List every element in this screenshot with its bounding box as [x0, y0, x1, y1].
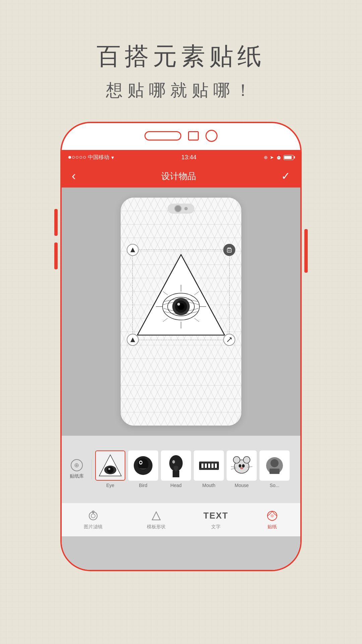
svg-point-68 — [270, 514, 274, 518]
sticker-name-mouse: Mouse — [235, 483, 249, 488]
phone-home-sensor — [188, 131, 199, 141]
svg-point-54 — [239, 464, 241, 468]
svg-point-55 — [242, 464, 245, 468]
sticker-thumb-so[interactable] — [259, 450, 290, 481]
sticker-thumb-head[interactable] — [161, 450, 191, 481]
battery-indicator — [284, 155, 294, 160]
sticker-name-eye: Eye — [106, 483, 114, 488]
svg-rect-47 — [205, 464, 207, 468]
phone-frame: 中国移动 ▾ 13:44 ⊕ ➤ ⏰ ‹ 设计物品 ✓ — [60, 122, 302, 571]
stickers-scroll[interactable]: Eye — [92, 450, 300, 488]
volume-up-button — [54, 209, 58, 236]
sticker-thumb-eye[interactable] — [95, 450, 125, 481]
svg-point-35 — [108, 468, 110, 470]
svg-marker-67 — [152, 512, 160, 520]
sticker-name-so: So... — [270, 483, 280, 488]
svg-line-29 — [227, 338, 231, 342]
check-button[interactable]: ✓ — [281, 170, 290, 182]
svg-rect-48 — [208, 464, 210, 468]
sticker-item-bird[interactable]: Bird — [128, 450, 158, 488]
phone-top-bar — [144, 122, 218, 142]
svg-point-42 — [172, 460, 175, 464]
download-icon: ⊕ — [71, 459, 83, 471]
volume-down-button — [54, 243, 58, 269]
clock: 13:44 — [181, 154, 196, 161]
svg-point-34 — [107, 467, 114, 473]
svg-point-56 — [240, 467, 243, 469]
svg-point-39 — [140, 462, 142, 464]
carrier-name: 中国移动 — [88, 154, 109, 161]
svg-point-64 — [91, 514, 95, 518]
phone-mockup: 中国移动 ▾ 13:44 ⊕ ➤ ⏰ ‹ 设计物品 ✓ — [60, 122, 302, 571]
svg-rect-49 — [212, 464, 214, 468]
resize-handle[interactable] — [223, 334, 235, 346]
sticker-item-head[interactable]: Head — [161, 450, 191, 488]
svg-point-53 — [243, 457, 250, 463]
canvas-area[interactable] — [62, 187, 300, 436]
tab-template[interactable]: 模板形状 — [147, 510, 166, 530]
sticker-item-so[interactable]: So... — [259, 450, 290, 488]
nav-title: 设计物品 — [161, 170, 196, 182]
promo-section: 百搭元素贴纸 想贴哪就贴哪！ — [0, 0, 362, 122]
svg-rect-22 — [227, 249, 231, 252]
nav-bar[interactable]: ‹ 设计物品 ✓ — [62, 165, 300, 187]
status-bar: 中国移动 ▾ 13:44 ⊕ ➤ ⏰ — [62, 150, 300, 165]
sticker-library-button[interactable]: ⊕ 贴纸库 — [62, 459, 92, 479]
status-left: 中国移动 ▾ — [68, 154, 114, 161]
text-label-display: TEXT — [203, 511, 228, 521]
tab-text-label: 文字 — [211, 524, 221, 530]
tab-filter[interactable]: 图片滤镜 — [84, 510, 103, 530]
filter-icon — [87, 510, 99, 522]
delete-handle[interactable] — [223, 244, 235, 256]
bottom-tabs[interactable]: 图片滤镜 模板形状 TEXT 文字 — [62, 503, 300, 536]
signal-dots — [68, 156, 86, 159]
rotate-handle[interactable] — [127, 244, 139, 256]
promo-subtitle: 想贴哪就贴哪！ — [0, 79, 362, 102]
back-button[interactable]: ‹ — [72, 169, 76, 183]
tab-sticker[interactable]: 贴纸 — [266, 510, 278, 530]
tab-template-label: 模板形状 — [147, 524, 166, 530]
tab-filter-label: 图片滤镜 — [84, 524, 103, 530]
status-right: ⊕ ➤ ⏰ — [264, 155, 294, 160]
signal-dot-4 — [79, 156, 82, 159]
flip-handle[interactable] — [127, 334, 139, 346]
template-icon — [150, 510, 162, 522]
sticker-thumb-bird[interactable] — [128, 450, 158, 481]
sticker-lib-label: 贴纸库 — [70, 473, 84, 479]
phone-speaker — [144, 131, 181, 141]
location-icon: ⊕ — [264, 155, 268, 160]
svg-rect-45 — [199, 468, 219, 470]
sticker-name-head: Head — [170, 483, 181, 488]
signal-dot-2 — [72, 156, 75, 159]
svg-point-61 — [270, 459, 279, 467]
signal-dot-5 — [83, 156, 86, 159]
phone-front-camera — [205, 130, 218, 142]
arrow-icon: ➤ — [270, 155, 274, 160]
sticker-row: ⊕ 贴纸库 — [62, 436, 300, 503]
battery-fill — [284, 156, 292, 159]
svg-marker-28 — [130, 337, 135, 342]
sticker-item-mouse[interactable]: Mouse — [227, 450, 257, 488]
text-tab-icon: TEXT — [210, 510, 222, 522]
phone-case-preview — [121, 198, 241, 426]
sticker-name-bird: Bird — [139, 483, 147, 488]
phone-screen: 中国移动 ▾ 13:44 ⊕ ➤ ⏰ ‹ 设计物品 ✓ — [62, 150, 300, 570]
sticker-tab-icon — [266, 510, 278, 522]
camera-lens-small — [184, 207, 188, 210]
svg-rect-50 — [215, 464, 217, 468]
tab-text[interactable]: TEXT 文字 — [210, 510, 222, 530]
svg-marker-21 — [130, 248, 135, 252]
camera-lens-main — [174, 205, 182, 212]
sticker-item-eye[interactable]: Eye — [95, 450, 125, 488]
signal-dot-1 — [68, 156, 71, 159]
svg-point-52 — [233, 457, 240, 463]
svg-rect-62 — [269, 469, 280, 474]
sticker-item-mouth[interactable]: Mouth — [194, 450, 224, 488]
power-button — [304, 229, 308, 273]
sticker-thumb-mouth[interactable] — [194, 450, 224, 481]
sticker-thumb-mouse[interactable] — [227, 450, 257, 481]
wifi-icon: ▾ — [111, 154, 114, 161]
selection-box[interactable] — [132, 250, 230, 340]
promo-title: 百搭元素贴纸 — [0, 40, 362, 72]
sticker-panel: ⊕ 贴纸库 — [62, 436, 300, 503]
